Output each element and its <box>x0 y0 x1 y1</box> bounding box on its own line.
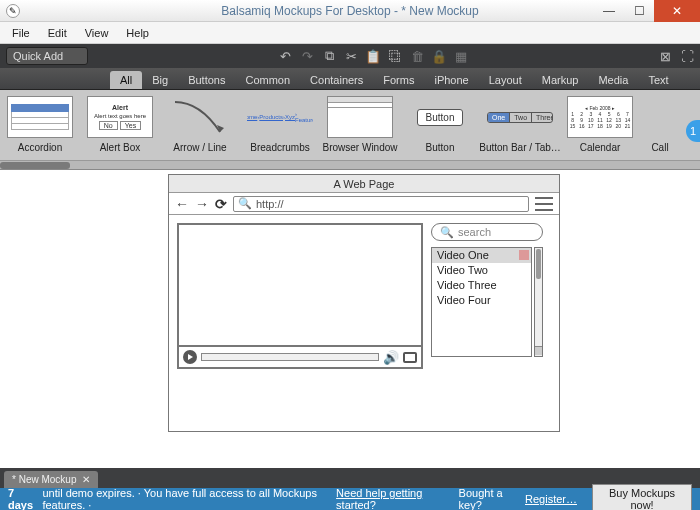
lib-browser[interactable]: Browser Window <box>320 90 400 169</box>
tab-text[interactable]: Text <box>638 71 678 89</box>
tab-big[interactable]: Big <box>142 71 178 89</box>
back-icon[interactable]: ← <box>175 196 189 212</box>
help-link[interactable]: Need help getting started? <box>336 487 451 510</box>
player-controls: 🔊 <box>177 347 423 369</box>
trial-days: 7 days <box>8 487 38 510</box>
url-field[interactable]: 🔍http:// <box>233 196 529 212</box>
menu-view[interactable]: View <box>77 25 117 41</box>
tab-buttons[interactable]: Buttons <box>178 71 235 89</box>
paste-icon[interactable]: 📋 <box>366 49 380 63</box>
close-panel-icon[interactable]: ⊠ <box>658 49 672 63</box>
register-link[interactable]: Register… <box>525 493 577 505</box>
hamburger-icon[interactable] <box>535 197 553 211</box>
video-list[interactable]: Video One Video Two Video Three Video Fo… <box>431 247 532 357</box>
status-bar: 7 days until demo expires. · You have fu… <box>0 488 700 510</box>
canvas[interactable]: A Web Page ← → ⟳ 🔍http:// 🔊 🔍search <box>0 170 700 468</box>
buy-button[interactable]: Buy Mockups now! <box>592 484 692 510</box>
list-item[interactable]: Video Four <box>432 293 531 308</box>
quick-add-input[interactable]: Quick Add <box>6 47 88 65</box>
lock-icon[interactable]: 🔒 <box>432 49 446 63</box>
lib-buttonbar[interactable]: OneTwoThreeButton Bar / Tab… <box>480 90 560 169</box>
menu-help[interactable]: Help <box>118 25 157 41</box>
tab-markup[interactable]: Markup <box>532 71 589 89</box>
tab-all[interactable]: All <box>110 71 142 89</box>
menu-file[interactable]: File <box>4 25 38 41</box>
notification-badge[interactable]: 1 <box>686 120 700 142</box>
video-area <box>177 223 423 347</box>
video-player[interactable]: 🔊 <box>177 223 423 369</box>
library-tabs: All Big Buttons Common Containers Forms … <box>0 68 700 90</box>
close-button[interactable]: ✕ <box>654 0 700 22</box>
tab-layout[interactable]: Layout <box>479 71 532 89</box>
copy-icon[interactable]: ⧉ <box>322 49 336 63</box>
lib-button[interactable]: ButtonButton <box>400 90 480 169</box>
tab-iphone[interactable]: iPhone <box>424 71 478 89</box>
close-tab-icon[interactable]: ✕ <box>82 474 90 485</box>
forward-icon[interactable]: → <box>195 196 209 212</box>
mock-title: A Web Page <box>169 175 559 193</box>
duplicate-icon[interactable]: ⿻ <box>388 49 402 63</box>
cut-icon[interactable]: ✂ <box>344 49 358 63</box>
menu-edit[interactable]: Edit <box>40 25 75 41</box>
search-icon: 🔍 <box>238 197 252 210</box>
list-item[interactable]: Video One <box>432 248 531 263</box>
play-icon[interactable] <box>183 350 197 364</box>
list-item[interactable]: Video Three <box>432 278 531 293</box>
tab-forms[interactable]: Forms <box>373 71 424 89</box>
lib-accordion[interactable]: Accordion <box>0 90 80 169</box>
undo-icon[interactable]: ↶ <box>278 49 292 63</box>
menu-bar: File Edit View Help <box>0 22 700 44</box>
browser-mockup[interactable]: A Web Page ← → ⟳ 🔍http:// 🔊 🔍search <box>168 174 560 432</box>
tab-media[interactable]: Media <box>588 71 638 89</box>
mock-navbar: ← → ⟳ 🔍http:// <box>169 193 559 215</box>
maximize-button[interactable]: ☐ <box>624 0 654 22</box>
document-tab[interactable]: * New Mockup ✕ <box>4 471 98 488</box>
lib-arrow[interactable]: Arrow / Line <box>160 90 240 169</box>
toolbar: Quick Add ↶ ↷ ⧉ ✂ 📋 ⿻ 🗑 🔒 ▦ ⊠ ⛶ <box>0 44 700 68</box>
search-icon: 🔍 <box>440 226 454 239</box>
search-field[interactable]: 🔍search <box>431 223 543 241</box>
minimize-button[interactable]: — <box>594 0 624 22</box>
progress-bar[interactable] <box>201 353 379 361</box>
fullscreen-icon[interactable] <box>403 352 417 363</box>
lib-breadcrumbs[interactable]: Home › Products › Xyz › FeaturesBreadcru… <box>240 90 320 169</box>
delete-icon[interactable]: 🗑 <box>410 49 424 63</box>
lib-callout[interactable]: Call <box>640 90 680 169</box>
title-bar: ✎ Balsamiq Mockups For Desktop - * New M… <box>0 0 700 22</box>
library-scrollbar[interactable] <box>0 160 700 169</box>
lib-alertbox[interactable]: AlertAlert text goes hereNoYesAlert Box <box>80 90 160 169</box>
redo-icon[interactable]: ↷ <box>300 49 314 63</box>
volume-icon[interactable]: 🔊 <box>383 350 399 365</box>
fullscreen-icon[interactable]: ⛶ <box>680 49 694 63</box>
tab-containers[interactable]: Containers <box>300 71 373 89</box>
library-panel: Accordion AlertAlert text goes hereNoYes… <box>0 90 700 170</box>
reload-icon[interactable]: ⟳ <box>215 196 227 212</box>
list-item[interactable]: Video Two <box>432 263 531 278</box>
group-icon[interactable]: ▦ <box>454 49 468 63</box>
app-icon: ✎ <box>6 4 20 18</box>
list-scrollbar[interactable] <box>534 247 543 357</box>
tab-common[interactable]: Common <box>235 71 300 89</box>
